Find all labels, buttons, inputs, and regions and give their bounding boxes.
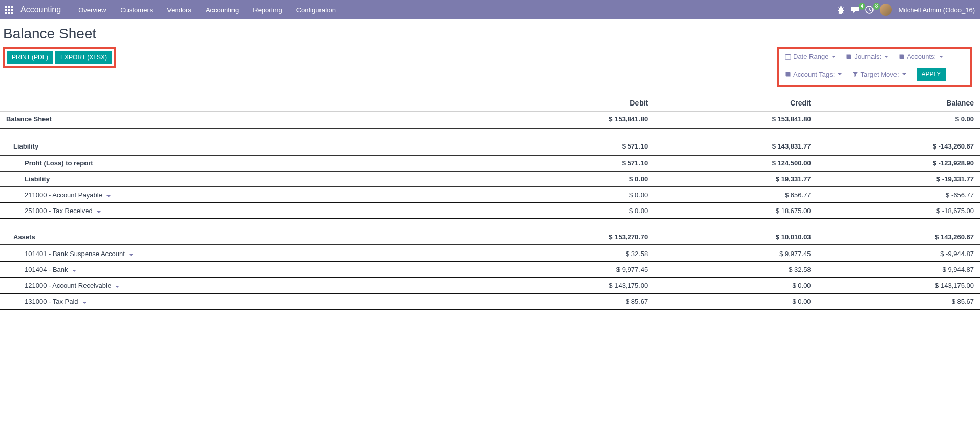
- row-label: 251000 - Tax Received: [25, 207, 93, 215]
- messages-badge: 4: [859, 3, 866, 10]
- cell-balance: $ -19,331.77: [817, 171, 980, 187]
- row-label: 131000 - Tax Paid: [25, 298, 78, 305]
- filter-label: Date Range: [793, 53, 828, 60]
- filter-date-range[interactable]: Date Range: [785, 53, 836, 60]
- cell-credit: $ 0.00: [654, 278, 817, 293]
- table-row: 211000 - Account Payable$ 0.00$ 656.77$ …: [0, 187, 980, 203]
- table-row: [0, 128, 980, 139]
- row-label-cell[interactable]: 251000 - Tax Received: [0, 203, 491, 219]
- cell-debit: $ 571.10: [491, 139, 654, 155]
- filter-account-tags[interactable]: Account Tags:: [785, 71, 842, 78]
- svg-rect-6: [5, 12, 7, 14]
- row-label: Profit (Loss) to report: [25, 159, 93, 167]
- filter-accounts[interactable]: Accounts:: [899, 53, 943, 60]
- filter-label: Journals:: [854, 53, 881, 60]
- table-row: Liability$ 0.00$ 19,331.77$ -19,331.77: [0, 171, 980, 187]
- cell-credit: $ 124,500.00: [654, 155, 817, 171]
- apps-icon[interactable]: [5, 6, 13, 14]
- cell-balance: $ -18,675.00: [817, 203, 980, 219]
- brand[interactable]: Accounting: [20, 5, 61, 14]
- filter-box: Date Range Journals: Accounts: Account T…: [777, 47, 972, 87]
- col-name: [0, 95, 491, 112]
- svg-rect-8: [11, 12, 13, 14]
- table-row: 131000 - Tax Paid$ 85.67$ 0.00$ 85.67: [0, 293, 980, 309]
- filter-icon: [852, 71, 858, 77]
- row-label: Liability: [25, 175, 50, 183]
- clock-icon[interactable]: 8: [865, 6, 874, 14]
- row-label-cell: Profit (Loss) to report: [0, 155, 491, 171]
- cell-credit: $ 9,977.45: [654, 245, 817, 262]
- caret-down-icon[interactable]: [71, 266, 76, 273]
- row-label-cell[interactable]: 101404 - Bank: [0, 262, 491, 278]
- username[interactable]: Mitchell Admin (Odoo_16): [898, 6, 975, 14]
- col-credit: Credit: [654, 95, 817, 112]
- table-row: 101404 - Bank$ 9,977.45$ 32.58$ 9,944.87: [0, 262, 980, 278]
- apply-button[interactable]: Apply: [917, 68, 946, 81]
- nav-accounting[interactable]: Accounting: [199, 6, 246, 14]
- cell-balance: $ -656.77: [817, 187, 980, 203]
- messages-icon[interactable]: 4: [851, 6, 859, 14]
- row-label: 211000 - Account Payable: [25, 191, 102, 199]
- row-label: Assets: [13, 233, 35, 241]
- row-label-cell[interactable]: 101401 - Bank Suspense Account: [0, 245, 491, 262]
- row-label-cell[interactable]: 211000 - Account Payable: [0, 187, 491, 203]
- row-label: 121000 - Account Receivable: [25, 282, 111, 289]
- cell-debit: $ 9,977.45: [491, 262, 654, 278]
- clock-badge: 8: [873, 3, 880, 10]
- nav-customers[interactable]: Customers: [113, 6, 160, 14]
- cell-debit: $ 143,175.00: [491, 278, 654, 293]
- nav-overview[interactable]: Overview: [71, 6, 113, 14]
- nav-reporting[interactable]: Reporting: [246, 6, 289, 14]
- svg-rect-7: [8, 12, 10, 14]
- caret-down-icon[interactable]: [128, 250, 133, 258]
- svg-rect-10: [785, 54, 791, 59]
- row-label-cell: Balance Sheet: [0, 112, 491, 128]
- row-label-cell[interactable]: 121000 - Account Receivable: [0, 278, 491, 293]
- cell-debit: $ 153,270.70: [491, 229, 654, 245]
- table-row: 101401 - Bank Suspense Account$ 32.58$ 9…: [0, 245, 980, 262]
- cell-debit: $ 153,841.80: [491, 112, 654, 128]
- cell-credit: $ 0.00: [654, 293, 817, 309]
- nav-vendors[interactable]: Vendors: [160, 6, 199, 14]
- filter-journals[interactable]: Journals:: [846, 53, 888, 60]
- book-icon: [785, 71, 791, 77]
- cell-balance: $ -143,260.67: [817, 139, 980, 155]
- cell-balance: $ 143,175.00: [817, 278, 980, 293]
- caret-down-icon[interactable]: [114, 282, 119, 289]
- svg-rect-5: [11, 9, 13, 11]
- filter-label: Target Move:: [860, 71, 899, 78]
- cell-balance: $ -9,944.87: [817, 245, 980, 262]
- export-xlsx-button[interactable]: Export (XLSX): [55, 51, 112, 64]
- book-icon: [846, 54, 852, 60]
- row-label-cell[interactable]: 131000 - Tax Paid: [0, 293, 491, 309]
- page-title: Balance Sheet: [3, 26, 972, 42]
- spacer-cell: [0, 219, 980, 229]
- cell-balance: $ 143,260.67: [817, 229, 980, 245]
- cell-debit: $ 32.58: [491, 245, 654, 262]
- table-row: 251000 - Tax Received$ 0.00$ 18,675.00$ …: [0, 203, 980, 219]
- filter-label: Account Tags:: [793, 71, 835, 78]
- caret-down-icon[interactable]: [105, 191, 111, 199]
- filter-label: Accounts:: [907, 53, 936, 60]
- cell-credit: $ 153,841.80: [654, 112, 817, 128]
- row-label-cell: Assets: [0, 229, 491, 245]
- table-header-row: Debit Credit Balance: [0, 95, 980, 112]
- filter-target-move[interactable]: Target Move:: [852, 71, 906, 78]
- print-pdf-button[interactable]: Print (PDF): [7, 51, 53, 64]
- caret-down-icon: [838, 73, 842, 75]
- row-label-cell: Liability: [0, 171, 491, 187]
- row-label: 101401 - Bank Suspense Account: [25, 250, 125, 258]
- nav-configuration[interactable]: Configuration: [289, 6, 343, 14]
- caret-down-icon[interactable]: [96, 207, 101, 215]
- avatar[interactable]: [880, 4, 892, 16]
- cell-credit: $ 656.77: [654, 187, 817, 203]
- caret-down-icon: [884, 56, 888, 58]
- bug-icon[interactable]: [837, 6, 845, 14]
- book-icon: [899, 54, 905, 60]
- cell-balance: $ 0.00: [817, 112, 980, 128]
- table-row: 121000 - Account Receivable$ 143,175.00$…: [0, 278, 980, 293]
- caret-down-icon[interactable]: [81, 298, 87, 305]
- export-box: Print (PDF) Export (XLSX): [3, 47, 116, 68]
- cell-debit: $ 0.00: [491, 203, 654, 219]
- caret-down-icon: [939, 56, 943, 58]
